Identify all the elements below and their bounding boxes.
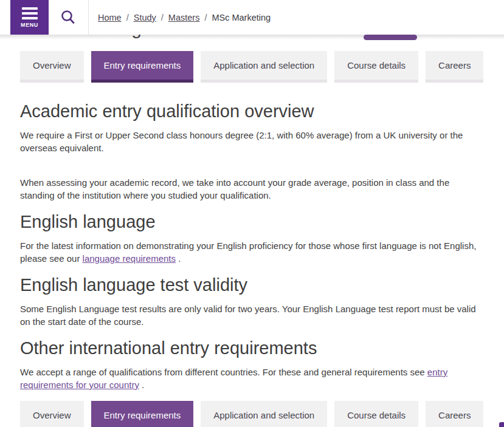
tab-application-and-selection[interactable]: Application and selection xyxy=(201,51,327,83)
main-content: OverviewEntry requirementsApplication an… xyxy=(0,0,504,427)
search-button[interactable] xyxy=(57,6,80,29)
tab-application-and-selection[interactable]: Application and selection xyxy=(201,401,327,427)
inline-link-entry-requirements-for-your-country[interactable]: entry requirements for your country xyxy=(20,367,447,390)
scroll-to-top-button-corner[interactable] xyxy=(499,422,504,427)
menu-button[interactable]: MENU xyxy=(10,0,49,35)
site-header: MENU Home/Study/Masters/MSc Marketing xyxy=(0,0,504,35)
menu-button-label: MENU xyxy=(21,22,38,28)
course-tabs-bottom: OverviewEntry requirementsApplication an… xyxy=(20,401,486,427)
body-paragraph: For the latest information on demonstrat… xyxy=(20,239,486,265)
tab-course-details[interactable]: Course details xyxy=(334,51,418,83)
breadcrumb-item-msc-marketing: MSc Marketing xyxy=(212,13,271,22)
breadcrumb-separator: / xyxy=(126,13,129,22)
horizontal-scrollbar-thumb[interactable] xyxy=(364,35,417,40)
content-section-other-international-entry-requirements: Other international entry requirementsWe… xyxy=(20,338,486,391)
body-paragraph: When assessing your academic record, we … xyxy=(20,176,486,202)
inline-link-language-requirements[interactable]: language requirements xyxy=(83,253,176,264)
tab-careers[interactable]: Careers xyxy=(426,51,483,83)
breadcrumb-separator: / xyxy=(161,13,164,22)
content-section-english-language: English languageFor the latest informati… xyxy=(20,211,486,265)
breadcrumb-item-study[interactable]: Study xyxy=(134,13,156,22)
header-shadow xyxy=(0,35,504,39)
tab-entry-requirements[interactable]: Entry requirements xyxy=(91,401,194,427)
breadcrumb-item-masters[interactable]: Masters xyxy=(168,13,200,22)
section-heading: English language test validity xyxy=(20,275,486,295)
breadcrumb-separator: / xyxy=(204,13,207,22)
tab-overview[interactable]: Overview xyxy=(20,401,84,427)
tab-course-details[interactable]: Course details xyxy=(334,401,418,427)
section-heading: English language xyxy=(20,211,486,232)
body-paragraph: We require a First or Upper Second class… xyxy=(20,129,486,154)
body-paragraph: We accept a range of qualifications from… xyxy=(20,366,486,391)
search-icon xyxy=(60,9,77,26)
breadcrumb-item-home[interactable]: Home xyxy=(98,13,122,22)
content-section-academic-entry-qualification-overview: Academic entry qualification overviewWe … xyxy=(20,101,486,202)
section-heading: Academic entry qualification overview xyxy=(20,101,486,121)
course-tabs-top: OverviewEntry requirementsApplication an… xyxy=(20,51,486,83)
tab-overview[interactable]: Overview xyxy=(20,51,84,83)
section-heading: Other international entry requirements xyxy=(20,338,486,358)
body-paragraph: Some English Language test results are o… xyxy=(20,302,486,328)
header-divider xyxy=(88,0,89,35)
tab-careers[interactable]: Careers xyxy=(426,401,483,427)
breadcrumb: Home/Study/Masters/MSc Marketing xyxy=(98,0,271,35)
hamburger-icon xyxy=(22,7,38,19)
content-sections: Academic entry qualification overviewWe … xyxy=(20,101,486,391)
content-section-english-language-test-validity: English language test validitySome Engli… xyxy=(20,275,486,328)
tab-entry-requirements[interactable]: Entry requirements xyxy=(91,51,194,83)
